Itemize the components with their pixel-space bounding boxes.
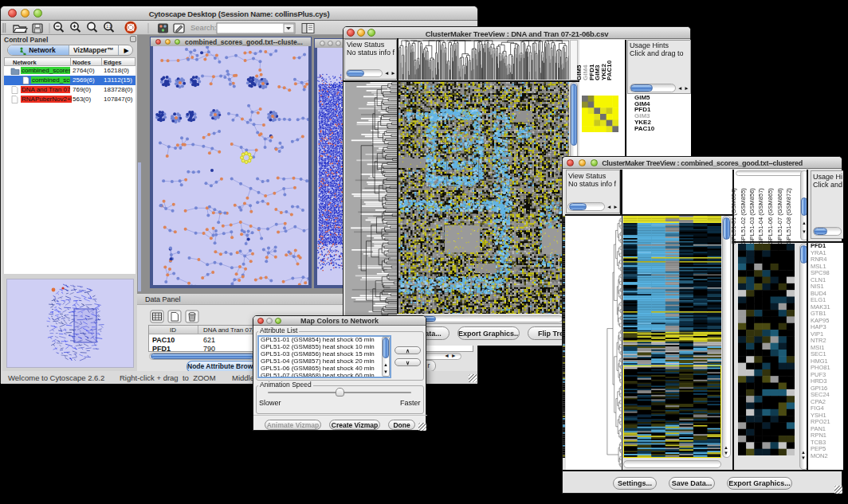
svg-text:Search:: Search: [190, 23, 217, 32]
svg-text:1:1: 1:1 [106, 25, 112, 29]
